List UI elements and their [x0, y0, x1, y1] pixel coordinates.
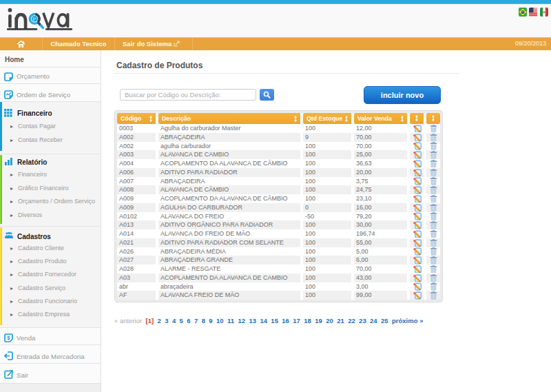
svg-text:$: $ [7, 335, 10, 341]
